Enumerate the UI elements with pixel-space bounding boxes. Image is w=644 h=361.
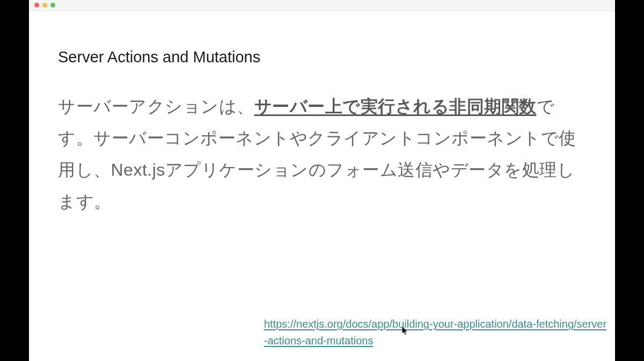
window-titlebar [29,0,615,11]
body-text-pre: サーバーアクションは、 [58,97,254,116]
window-close-button[interactable] [34,3,39,8]
reference-link[interactable]: https://nextjs.org/docs/app/building-you… [264,316,608,349]
body-text-emphasis: サーバー上で実行される非同期関数 [254,97,537,116]
slide-body: サーバーアクションは、サーバー上で実行される非同期関数です。サーバーコンポーネン… [58,91,586,218]
slide-title: Server Actions and Mutations [58,48,586,66]
window-minimize-button[interactable] [42,3,47,8]
window-zoom-button[interactable] [50,3,55,8]
app-window: Server Actions and Mutations サーバーアクションは、… [29,0,615,361]
slide-content: Server Actions and Mutations サーバーアクションは、… [29,11,615,361]
